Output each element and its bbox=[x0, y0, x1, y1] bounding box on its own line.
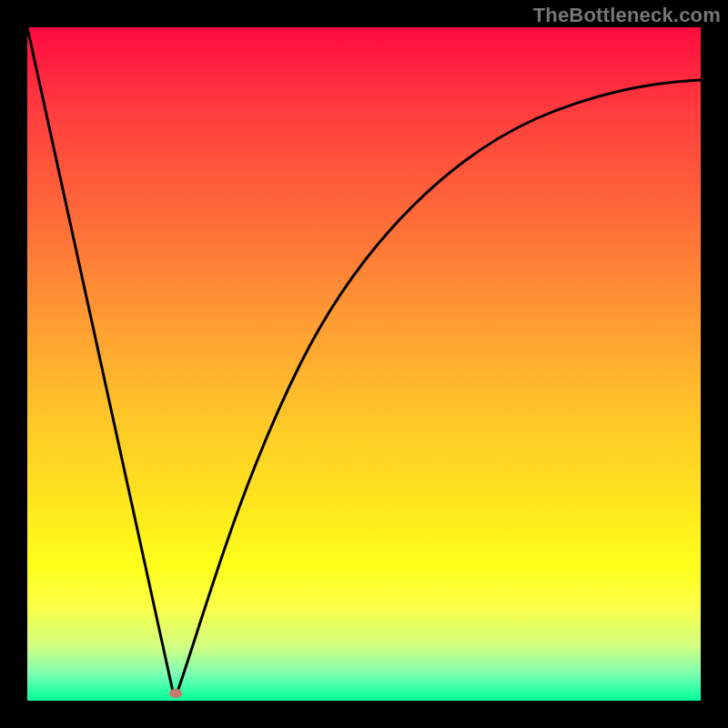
curve-path bbox=[27, 27, 701, 692]
chart-frame bbox=[0, 0, 728, 728]
chart-root: TheBottleneck.com bbox=[0, 0, 728, 728]
optimal-point-marker bbox=[169, 689, 182, 698]
bottleneck-curve bbox=[27, 27, 701, 701]
source-attribution: TheBottleneck.com bbox=[533, 4, 721, 27]
chart-plot-area bbox=[27, 27, 701, 701]
